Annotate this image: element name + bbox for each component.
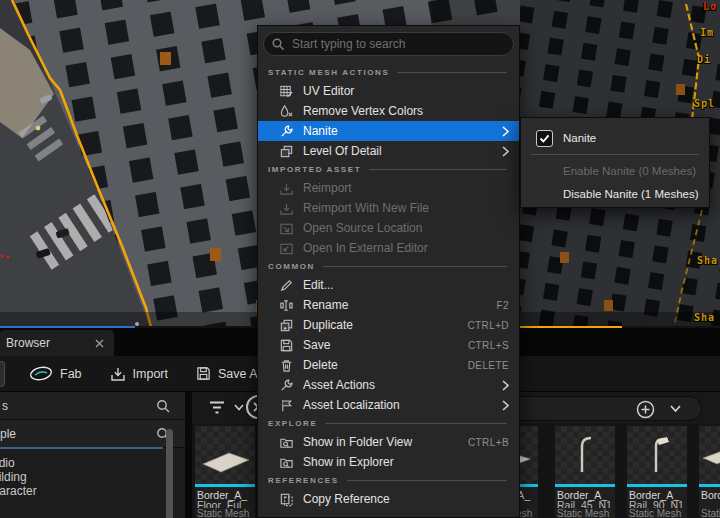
section-header-imported-asset: IMPORTED ASSET (258, 161, 519, 178)
checkbox-checked-icon[interactable] (536, 130, 553, 147)
asset-tile[interactable]: Border_A_ Rail_45_N1 Static Mesh (555, 426, 615, 518)
save-icon (278, 337, 294, 353)
unreal-editor-screen: Lo Im Di Spl Sha Sha Browser F (0, 0, 720, 518)
filter-search-text: ple (0, 427, 16, 441)
search-icon (156, 399, 171, 414)
asset-tile[interactable]: Border_A_ Static Mesh (699, 426, 720, 518)
tab-content-browser[interactable]: Browser (0, 330, 114, 356)
menu-item-save[interactable]: Save CTRL+S (258, 335, 519, 355)
asset-tile[interactable]: Border_A_ Rail_90_N1 Static Mesh (627, 426, 687, 518)
reimport-icon (278, 180, 294, 196)
menu-search-input[interactable] (263, 32, 514, 56)
external-editor-icon (278, 240, 294, 256)
asset-type: Static Mesh (557, 508, 613, 518)
asset-name: Border_A_ (701, 489, 720, 501)
folder-search-icon (278, 454, 294, 470)
asset-name: Border_A_ (557, 489, 613, 501)
save-icon (196, 366, 211, 381)
submenu-item-nanite-toggle[interactable]: Nanite (521, 125, 709, 151)
submenu-arrow-icon (502, 400, 509, 411)
submenu-arrow-icon (502, 126, 509, 137)
debug-text-fragment: Sha (697, 255, 718, 266)
asset-thumbnail (627, 426, 687, 484)
menu-item-asset-localization[interactable]: Asset Localization (258, 395, 519, 415)
menu-item-remove-vertex-colors[interactable]: Remove Vertex Colors (258, 101, 519, 121)
fab-button[interactable]: Fab (15, 356, 96, 391)
trash-icon (278, 357, 294, 373)
import-button[interactable]: Import (96, 356, 182, 391)
menu-item-level-of-detail[interactable]: Level Of Detail (258, 141, 519, 161)
menu-item-reimport: Reimport (258, 178, 519, 198)
debug-text-fragment: Spl (694, 98, 715, 109)
asset-thumbnail (699, 426, 720, 484)
menu-item-edit[interactable]: Edit... (258, 275, 519, 295)
sources-panel: s ple Audio Building Character (0, 392, 185, 518)
asset-tile[interactable]: Border_A_ Floor_Ful Static Mesh (195, 426, 255, 518)
debug-text-fragment: Di (697, 54, 711, 65)
folder-tree: Audio Building Character (0, 453, 162, 518)
add-circle-icon[interactable] (636, 400, 655, 419)
duplicate-icon (278, 317, 294, 333)
menu-item-uv-editor[interactable]: UV Editor (258, 81, 519, 101)
shortcut-label: CTRL+D (467, 320, 509, 331)
import-label: Import (133, 367, 168, 381)
menu-item-delete[interactable]: Delete DELETE (258, 355, 519, 375)
section-header-references: REFERENCES (258, 472, 519, 489)
nanite-submenu: Nanite Enable Nanite (0 Meshes) Disable … (520, 117, 710, 208)
chevron-down-icon[interactable] (670, 405, 681, 413)
panel-splitter[interactable] (185, 392, 192, 518)
menu-item-copy-reference[interactable]: Copy Reference (258, 489, 519, 509)
menu-item-show-in-explorer[interactable]: Show in Explorer (258, 452, 519, 472)
chevron-down-icon[interactable] (234, 404, 244, 411)
asset-thumbnail (555, 426, 615, 484)
rename-icon (278, 297, 294, 313)
menu-item-asset-actions[interactable]: Asset Actions (258, 375, 519, 395)
wrench-icon (278, 377, 294, 393)
asset-name: Border_A_ (629, 489, 685, 501)
menu-item-rename[interactable]: Rename F2 (258, 295, 519, 315)
asset-type: Static Mesh (629, 508, 685, 518)
import-icon (110, 366, 126, 382)
section-header-common: COMMON (258, 258, 519, 275)
folder-search-icon (278, 434, 294, 450)
menu-item-show-in-folder-view[interactable]: Show in Folder View CTRL+B (258, 432, 519, 452)
menu-item-duplicate[interactable]: Duplicate CTRL+D (258, 315, 519, 335)
folder-item-audio[interactable]: Audio (0, 456, 162, 470)
reimport-new-file-icon (278, 200, 294, 216)
open-location-icon (278, 220, 294, 236)
copy-reference-icon (278, 491, 294, 507)
asset-thumbnail (195, 426, 255, 484)
debug-text-fragment: Lo (703, 1, 717, 12)
search-focus-underline (0, 447, 163, 449)
asset-name: Border_A_ (197, 489, 253, 501)
asset-type: Static Mesh (701, 508, 720, 518)
asset-context-menu: STATIC MESH ACTIONS UV Editor Remove Ver… (257, 25, 520, 518)
menu-item-reimport-with-new-file: Reimport With New File (258, 198, 519, 218)
wrench-icon (278, 123, 294, 139)
shortcut-label: DELETE (468, 360, 509, 371)
uv-editor-icon (278, 83, 294, 99)
asset-name-2: Rail_90_N1 (629, 501, 685, 508)
close-icon[interactable] (95, 339, 104, 348)
path-search-text: s (0, 399, 8, 413)
asset-name-2: Floor_Ful (197, 501, 253, 508)
path-search-input[interactable]: s (0, 392, 185, 420)
asset-name-2 (701, 501, 720, 508)
submenu-item-enable-nanite: Enable Nanite (0 Meshes) (521, 159, 709, 182)
filter-search-input[interactable]: ple (0, 420, 185, 448)
folder-item-building[interactable]: Building (0, 470, 162, 484)
asset-name-2: Rail_45_N1 (557, 501, 613, 508)
shortcut-label: F2 (497, 300, 509, 311)
folder-item-character[interactable]: Character (0, 484, 162, 498)
shortcut-label: CTRL+S (468, 340, 509, 351)
submenu-item-disable-nanite[interactable]: Disable Nanite (1 Meshes) (521, 182, 709, 205)
clipped-button[interactable] (0, 361, 5, 387)
folder-tree-scrollbar[interactable] (166, 429, 173, 518)
menu-item-nanite[interactable]: Nanite (258, 121, 519, 141)
droplet-x-icon (278, 103, 294, 119)
tab-label: Browser (6, 336, 95, 350)
section-header-explore: EXPLORE (258, 415, 519, 432)
fab-label: Fab (60, 367, 82, 381)
submenu-divider (531, 154, 699, 155)
filter-icon[interactable] (208, 400, 226, 415)
